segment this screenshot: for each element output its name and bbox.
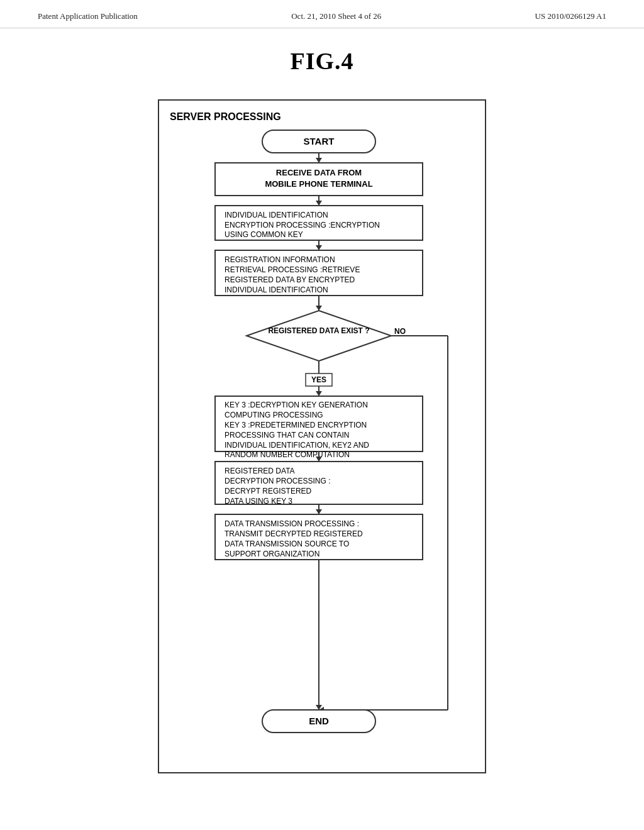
key3-line5: INDIVIDUAL IDENTIFICATION, KEY2 AND xyxy=(225,441,369,450)
flowchart-title: SERVER PROCESSING xyxy=(170,111,281,122)
flowchart: SERVER PROCESSING START RECEIVE DATA FRO… xyxy=(152,94,492,782)
start-label: START xyxy=(304,136,335,147)
registration-line2: RETRIEVAL PROCESSING :RETRIEVE xyxy=(225,265,360,274)
decrypt-line2: DECRYPTION PROCESSING : xyxy=(225,477,330,485)
transmit-line2: TRANSMIT DECRYPTED REGISTERED xyxy=(225,529,363,538)
registration-line4: INDIVIDUAL IDENTIFICATION xyxy=(225,285,328,294)
individual-line1: INDIVIDUAL IDENTIFICATION xyxy=(225,211,328,219)
key3-line4: PROCESSING THAT CAN CONTAIN xyxy=(225,431,349,440)
decision-line1: REGISTERED DATA EXIST ? xyxy=(268,326,369,335)
transmit-line3: DATA TRANSMISSION SOURCE TO xyxy=(225,540,349,548)
yes-label: YES xyxy=(311,375,326,384)
header-right: US 2010/0266129 A1 xyxy=(535,11,606,21)
key3-line1: KEY 3 :DECRYPTION KEY GENERATION xyxy=(225,401,368,409)
key3-line3: KEY 3 :PREDETERMINED ENCRYPTION xyxy=(225,421,367,429)
transmit-line1: DATA TRANSMISSION PROCESSING : xyxy=(225,519,359,528)
individual-line3: USING COMMON KEY xyxy=(225,230,303,239)
decrypt-line3: DECRYPT REGISTERED xyxy=(225,487,312,495)
decrypt-line4: DATA USING KEY 3 xyxy=(225,497,292,506)
flowchart-svg: SERVER PROCESSING START RECEIVE DATA FRO… xyxy=(152,94,492,779)
fig-title: FIG.4 xyxy=(290,47,353,75)
registration-line3: REGISTERED DATA BY ENCRYPTED xyxy=(225,275,355,284)
key3-line6: RANDOM NUMBER COMPUTATION xyxy=(225,450,350,459)
registration-line1: REGISTRATION INFORMATION xyxy=(225,255,335,264)
header-center: Oct. 21, 2010 Sheet 4 of 26 xyxy=(291,11,381,21)
no-label: NO xyxy=(394,327,406,336)
decrypt-line1: REGISTERED DATA xyxy=(225,467,295,475)
transmit-line4: SUPPORT ORGANIZATION xyxy=(225,550,319,558)
end-label: END xyxy=(309,716,329,726)
receive-line1: RECEIVE DATA FROM xyxy=(276,168,362,177)
header-left: Patent Application Publication xyxy=(38,11,138,21)
key3-line2: COMPUTING PROCESSING xyxy=(225,411,323,419)
receive-line2: MOBILE PHONE TERMINAL xyxy=(265,179,372,189)
page-header: Patent Application Publication Oct. 21, … xyxy=(0,0,644,28)
individual-line2: ENCRYPTION PROCESSING :ENCRYPTION xyxy=(225,221,380,230)
